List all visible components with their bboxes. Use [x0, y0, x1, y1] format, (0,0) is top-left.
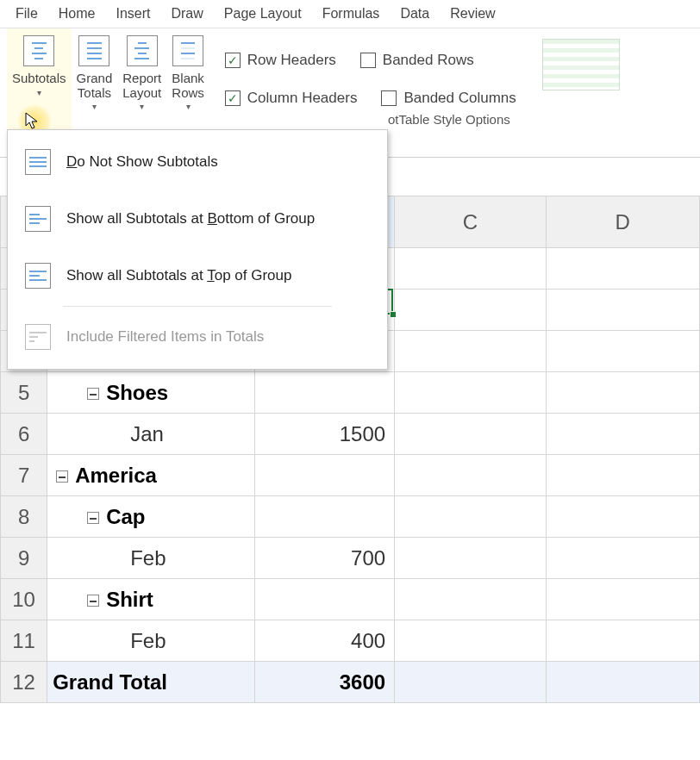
menu-page-layout[interactable]: Page Layout	[224, 3, 322, 25]
report-layout-button[interactable]: Report Layout ▾	[117, 28, 166, 129]
cell-d[interactable]	[546, 455, 699, 496]
blank-rows-button[interactable]: Blank Rows ▾	[166, 28, 209, 129]
cell-a[interactable]: Jan	[47, 414, 255, 455]
chevron-down-icon: ▾	[37, 88, 41, 97]
cell-d[interactable]	[546, 620, 699, 662]
cell-b[interactable]: 700	[254, 538, 394, 579]
banded-columns-checkbox[interactable]: Banded Columns	[381, 90, 516, 107]
do-not-show-subtotals-item[interactable]: Do Not Show Subtotals	[8, 134, 387, 190]
cell-b[interactable]: 3600	[254, 662, 394, 703]
subtotals-top-item[interactable]: Show all Subtotals at Top of Group	[8, 247, 387, 304]
style-thumbnail[interactable]	[542, 39, 620, 90]
report-layout-label: Report Layout	[122, 72, 161, 100]
subtotals-bottom-icon	[25, 206, 51, 232]
row-header[interactable]: 8	[1, 496, 47, 538]
subtotals-button[interactable]: Subtotals ▾	[7, 28, 72, 129]
cell-a[interactable]: Grand Total	[47, 662, 255, 703]
blank-rows-label: Blank Rows	[172, 72, 204, 100]
table-row[interactable]: 12Grand Total3600	[1, 662, 700, 703]
cell-a[interactable]: Shoes	[47, 372, 255, 414]
table-row[interactable]: 5Shoes	[1, 372, 700, 414]
table-row[interactable]: 9Feb700	[1, 538, 700, 579]
report-layout-icon	[127, 35, 158, 66]
table-row[interactable]: 6Jan1500	[1, 414, 700, 455]
grand-totals-icon	[78, 35, 109, 66]
cell-b[interactable]	[254, 455, 394, 496]
menu-insert[interactable]: Insert	[116, 3, 171, 25]
subtotals-none-icon	[25, 149, 51, 175]
cell-a[interactable]: Shirt	[47, 579, 255, 620]
collapse-icon[interactable]	[87, 595, 99, 607]
chevron-down-icon: ▾	[186, 102, 191, 111]
grand-totals-button[interactable]: Grand Totals ▾	[72, 28, 118, 129]
cell-c[interactable]	[395, 538, 546, 579]
column-header-d[interactable]: D	[546, 196, 699, 248]
cell-b[interactable]: 400	[254, 620, 394, 662]
cell-c[interactable]	[395, 331, 546, 372]
cell-a[interactable]: Feb	[47, 620, 255, 662]
menu-review[interactable]: Review	[450, 3, 516, 25]
collapse-icon[interactable]	[87, 512, 99, 524]
cell-d[interactable]	[546, 331, 699, 372]
table-row[interactable]: 7America	[1, 455, 700, 496]
cell-d[interactable]	[546, 372, 699, 414]
menu-bar: File Home Insert Draw Page Layout Formul…	[0, 0, 700, 28]
collapse-icon[interactable]	[87, 388, 99, 400]
dd-label: Include Filtered Items in Totals	[66, 328, 264, 346]
cell-c[interactable]	[395, 662, 546, 703]
cell-text: Shoes	[106, 381, 168, 404]
dd-label: Show all Subtotals at Top of Group	[66, 267, 291, 284]
cell-b[interactable]	[254, 372, 394, 414]
chevron-down-icon: ▾	[92, 102, 97, 111]
cell-d[interactable]	[546, 579, 699, 620]
row-headers-checkbox[interactable]: ✓ Row Headers	[225, 52, 336, 69]
cell-a[interactable]: America	[47, 455, 255, 496]
row-headers-label: Row Headers	[247, 52, 336, 69]
grand-totals-label: Grand Totals	[77, 72, 113, 100]
row-header[interactable]: 11	[1, 620, 47, 662]
banded-rows-checkbox[interactable]: Banded Rows	[360, 52, 474, 69]
subtotals-top-icon	[25, 263, 51, 289]
cell-text: America	[75, 464, 157, 487]
table-row[interactable]: 8Cap	[1, 496, 700, 538]
cell-c[interactable]	[395, 579, 546, 620]
cell-c[interactable]	[395, 414, 546, 455]
cell-text: Feb	[130, 629, 166, 652]
cell-d[interactable]	[546, 496, 699, 538]
table-row[interactable]: 10Shirt	[1, 579, 700, 620]
row-header[interactable]: 10	[1, 579, 47, 620]
cell-text: Shirt	[106, 588, 153, 611]
cell-b[interactable]	[254, 496, 394, 538]
collapse-icon[interactable]	[56, 470, 68, 483]
cell-d[interactable]	[546, 538, 699, 579]
row-header[interactable]: 9	[1, 538, 47, 579]
column-headers-checkbox[interactable]: ✓ Column Headers	[225, 90, 358, 107]
cell-c[interactable]	[395, 455, 546, 496]
menu-draw[interactable]: Draw	[171, 3, 223, 25]
menu-data[interactable]: Data	[400, 3, 450, 25]
cell-c[interactable]	[395, 496, 546, 538]
dd-label: Show all Subtotals at Bottom of Group	[66, 210, 315, 227]
table-row[interactable]: 11Feb400	[1, 620, 700, 662]
menu-formulas[interactable]: Formulas	[322, 3, 401, 25]
column-header-c[interactable]: C	[395, 196, 546, 248]
menu-home[interactable]: Home	[59, 3, 116, 25]
dropdown-separator	[63, 306, 332, 307]
row-header[interactable]: 5	[1, 372, 47, 414]
filter-totals-icon	[25, 324, 51, 350]
row-header[interactable]: 7	[1, 455, 47, 496]
cell-a[interactable]: Feb	[47, 538, 255, 579]
row-header[interactable]: 6	[1, 414, 47, 455]
menu-file[interactable]: File	[16, 3, 59, 25]
cell-d[interactable]	[546, 414, 699, 455]
cell-d[interactable]	[546, 662, 699, 703]
subtotals-bottom-item[interactable]: Show all Subtotals at Bottom of Group	[8, 190, 387, 247]
banded-rows-label: Banded Rows	[383, 52, 474, 69]
cell-a[interactable]: Cap	[47, 496, 255, 538]
cell-b[interactable]: 1500	[254, 414, 394, 455]
row-header[interactable]: 12	[1, 662, 47, 703]
cell-c[interactable]	[395, 620, 546, 662]
cell-c[interactable]	[395, 372, 546, 414]
banded-columns-label: Banded Columns	[403, 90, 516, 107]
cell-b[interactable]	[254, 579, 394, 620]
